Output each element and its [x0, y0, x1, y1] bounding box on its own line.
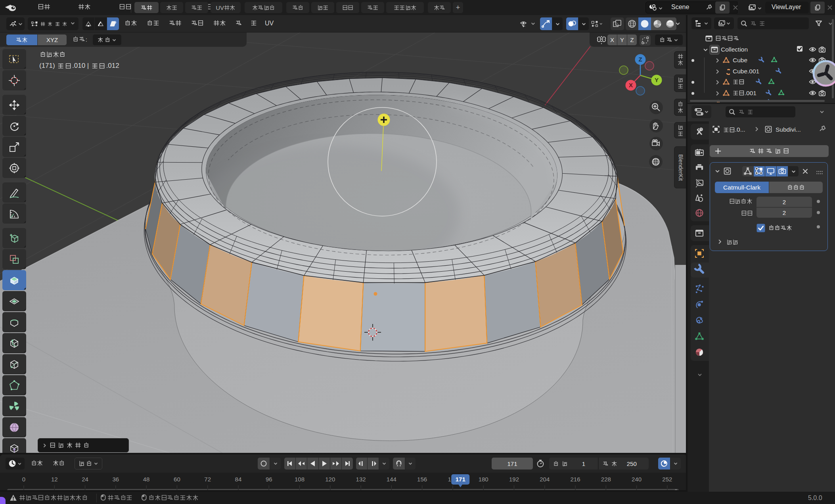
- svg-text:216: 216: [571, 476, 580, 483]
- svg-text:96: 96: [266, 476, 272, 483]
- svg-text:84: 84: [235, 476, 242, 483]
- svg-text:12: 12: [51, 476, 58, 483]
- svg-text:48: 48: [143, 476, 150, 483]
- svg-text:228: 228: [601, 476, 611, 483]
- svg-text:156: 156: [417, 476, 427, 483]
- svg-text:180: 180: [479, 476, 488, 483]
- svg-text:204: 204: [540, 476, 550, 483]
- svg-text:Z: Z: [638, 56, 642, 63]
- svg-text:252: 252: [662, 476, 672, 483]
- svg-text:120: 120: [325, 476, 335, 483]
- svg-text:192: 192: [509, 476, 519, 483]
- svg-text:36: 36: [112, 476, 119, 483]
- svg-text:72: 72: [204, 476, 211, 483]
- svg-text:60: 60: [174, 476, 180, 483]
- svg-text:24: 24: [82, 476, 88, 483]
- svg-text:0: 0: [22, 476, 25, 483]
- svg-text:171: 171: [456, 476, 465, 483]
- svg-text:Y: Y: [655, 77, 659, 83]
- svg-text:132: 132: [356, 476, 366, 483]
- svg-text:108: 108: [295, 476, 305, 483]
- svg-text:X: X: [629, 82, 633, 88]
- svg-text:240: 240: [632, 476, 642, 483]
- svg-text:144: 144: [387, 476, 396, 483]
